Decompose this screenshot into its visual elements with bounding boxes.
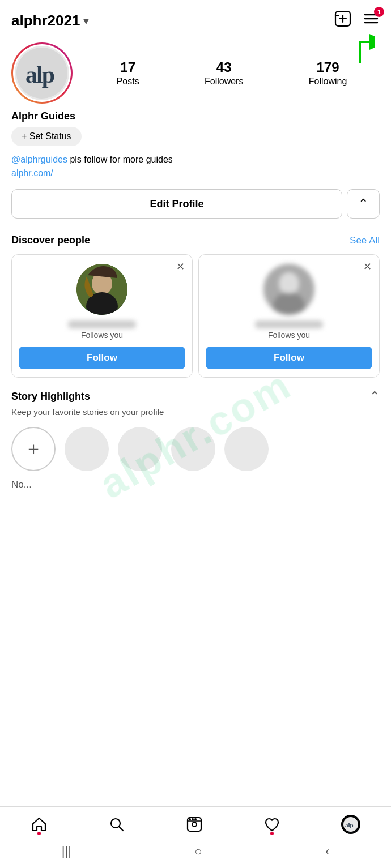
add-highlight-icon: ＋ bbox=[24, 437, 42, 461]
following-count: 179 bbox=[316, 59, 339, 75]
close-person-1-button[interactable]: ✕ bbox=[173, 259, 188, 274]
bottom-nav: alp ||| ○ ‹ bbox=[0, 806, 391, 868]
people-cards-row: ✕ Follows you Follow ✕ bbox=[11, 254, 380, 378]
follow-button-2[interactable]: Follow bbox=[206, 347, 372, 369]
nav-reels[interactable] bbox=[186, 816, 203, 833]
display-name: Alphr Guides bbox=[11, 110, 380, 122]
discover-section: Discover people See All ✕ Follows you Fo… bbox=[0, 225, 391, 378]
edit-profile-row: Edit Profile ⌃ bbox=[11, 189, 380, 219]
svg-point-24 bbox=[192, 822, 197, 827]
add-highlight-button[interactable]: ＋ bbox=[11, 427, 56, 471]
avatar-inner: alp bbox=[13, 44, 71, 102]
see-all-link[interactable]: See All bbox=[350, 235, 380, 246]
followers-stat[interactable]: 43 Followers bbox=[205, 59, 243, 87]
system-nav-back[interactable]: ‹ bbox=[325, 844, 329, 859]
discover-title: Discover people bbox=[11, 234, 90, 246]
person-card-2: ✕ Follows you Follow bbox=[198, 254, 380, 378]
collapse-icon: ⌃ bbox=[358, 196, 368, 211]
followers-label: Followers bbox=[205, 76, 243, 87]
add-post-button[interactable] bbox=[334, 10, 351, 31]
svg-rect-17 bbox=[280, 272, 298, 294]
highlights-collapse-button[interactable]: ⌃ bbox=[369, 389, 380, 404]
svg-point-27 bbox=[192, 818, 194, 820]
highlight-circle-1[interactable] bbox=[65, 427, 109, 471]
collapse-button[interactable]: ⌃ bbox=[347, 189, 380, 219]
highlights-subtitle: Keep your favorite stories on your profi… bbox=[11, 407, 380, 417]
bio-mention-link[interactable]: @alphrguides bbox=[11, 155, 67, 164]
set-status-button[interactable]: + Set Status bbox=[11, 127, 82, 146]
discover-header: Discover people See All bbox=[11, 234, 380, 246]
highlight-circle-4[interactable] bbox=[224, 427, 269, 471]
nav-activity[interactable] bbox=[264, 816, 280, 833]
person-card-1: ✕ Follows you Follow bbox=[11, 254, 193, 378]
highlight-circle-2[interactable] bbox=[118, 427, 162, 471]
highlights-row: ＋ bbox=[11, 427, 380, 471]
highlight-circle-3[interactable] bbox=[171, 427, 215, 471]
profile-avatar-nav: alp bbox=[341, 815, 360, 834]
username-text: alphr2021 bbox=[11, 12, 80, 29]
followers-count: 43 bbox=[216, 59, 232, 75]
close-person-2-button[interactable]: ✕ bbox=[360, 259, 375, 274]
nav-items: alp bbox=[0, 807, 391, 839]
following-label: Following bbox=[309, 76, 347, 87]
svg-point-28 bbox=[194, 818, 197, 820]
username-row[interactable]: alphr2021 ▾ bbox=[11, 12, 88, 29]
follow-button-1[interactable]: Follow bbox=[19, 347, 185, 369]
svg-point-26 bbox=[189, 818, 191, 820]
nav-profile[interactable]: alp bbox=[341, 815, 360, 834]
profile-section: alp 17 Posts 43 Followers 179 Following … bbox=[0, 38, 391, 225]
menu-button[interactable]: 1 bbox=[363, 10, 380, 31]
svg-text:alp: alp bbox=[26, 62, 54, 88]
edit-profile-button[interactable]: Edit Profile bbox=[11, 189, 342, 219]
no-highlights-label: No... bbox=[11, 479, 380, 493]
svg-text:alp: alp bbox=[345, 822, 354, 828]
avatar-container[interactable]: alp bbox=[11, 42, 73, 104]
follows-you-2: Follows you bbox=[268, 331, 310, 340]
posts-label: Posts bbox=[117, 76, 139, 87]
system-nav-recent[interactable]: ||| bbox=[62, 844, 71, 859]
username-chevron[interactable]: ▾ bbox=[83, 15, 88, 27]
home-dot bbox=[37, 832, 41, 835]
system-nav: ||| ○ ‹ bbox=[0, 839, 391, 868]
follows-you-1: Follows you bbox=[81, 331, 123, 340]
posts-count: 17 bbox=[120, 59, 135, 75]
bio-url-link[interactable]: alphr.com/ bbox=[11, 168, 53, 178]
following-stat[interactable]: 179 Following bbox=[309, 59, 347, 87]
person-avatar-1 bbox=[76, 264, 128, 315]
nav-search[interactable] bbox=[108, 816, 125, 833]
highlights-title: Story Highlights bbox=[11, 391, 90, 403]
profile-top: alp 17 Posts 43 Followers 179 Following bbox=[11, 42, 380, 104]
header: alphr2021 ▾ 1 bbox=[0, 0, 391, 38]
person-avatar-2 bbox=[264, 264, 314, 315]
activity-dot bbox=[270, 832, 274, 835]
set-status-label: + Set Status bbox=[22, 131, 71, 142]
bio-description: pls follow for more guides bbox=[67, 155, 173, 164]
system-nav-home[interactable]: ○ bbox=[194, 844, 202, 859]
avatar-logo: alp bbox=[15, 46, 69, 100]
person-name-blur-1 bbox=[68, 320, 136, 328]
bio-text: @alphrguides pls follow for more guides … bbox=[11, 153, 380, 180]
avatar-ring: alp bbox=[11, 42, 73, 104]
nav-home[interactable] bbox=[31, 816, 48, 833]
highlights-section: Story Highlights ⌃ Keep your favorite st… bbox=[0, 378, 391, 493]
header-icons: 1 bbox=[334, 10, 380, 31]
notification-badge: 1 bbox=[374, 7, 384, 17]
bio-section: Alphr Guides + Set Status @alphrguides p… bbox=[11, 110, 380, 180]
svg-line-22 bbox=[119, 827, 123, 831]
highlights-header: Story Highlights ⌃ bbox=[11, 389, 380, 404]
posts-stat[interactable]: 17 Posts bbox=[117, 59, 139, 87]
stats-row: 17 Posts 43 Followers 179 Following bbox=[84, 59, 380, 87]
person-name-blur-2 bbox=[255, 320, 323, 328]
